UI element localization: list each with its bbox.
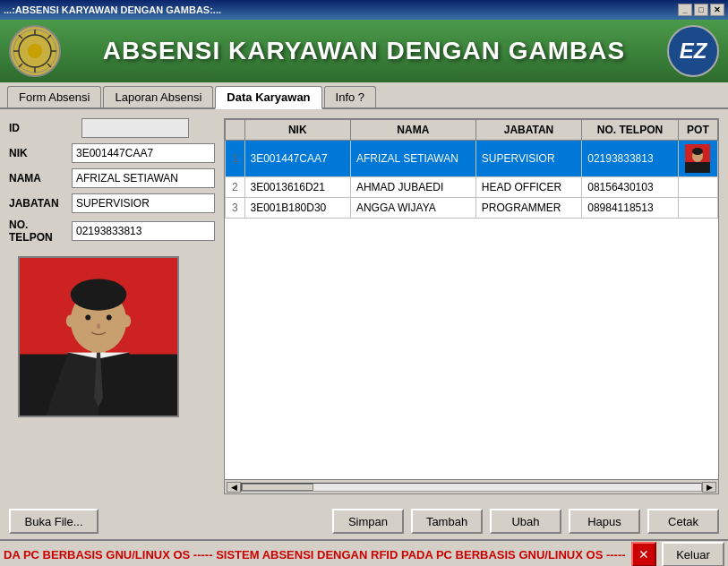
cell-nama: AHMAD JUBAEDI <box>350 177 475 198</box>
app-header: ABSENSI KARYAWAN DENGAN GAMBAS EZ <box>0 20 728 82</box>
employees-table: NIK NAMA JABATAN NO. TELPON POT 13E00144… <box>225 119 718 219</box>
ticker-bar: DA PC BERBASIS GNU/LINUX OS ----- SISTEM… <box>0 539 728 566</box>
maximize-button[interactable]: □ <box>694 4 708 16</box>
photo-content <box>20 258 177 416</box>
title-bar-text: ...:ABSENSI KARYAWAN DENGAN GAMBAS:... <box>4 4 221 15</box>
scrollbar-track[interactable] <box>241 483 702 492</box>
simpan-button[interactable]: Simpan <box>332 509 404 534</box>
cell-nik: 3E001B180D30 <box>244 198 350 219</box>
col-header-foto: POT <box>678 120 717 141</box>
svg-point-28 <box>692 148 703 155</box>
svg-point-23 <box>66 315 75 328</box>
employee-photo <box>18 256 179 417</box>
cell-notelpon: 08156430103 <box>582 177 679 198</box>
left-panel: ID NIK NAMA JABATAN NO. TELPON <box>9 118 215 494</box>
ticker-close-button[interactable]: ✕ <box>631 542 656 566</box>
cell-foto <box>678 177 717 198</box>
table-row[interactable]: 13E001447CAA7AFRIZAL SETIAWANSUPERVISIOR… <box>226 141 718 177</box>
cell-notelpon: 02193833813 <box>582 141 679 177</box>
close-window-button[interactable]: ✕ <box>710 4 724 16</box>
id-label: ID <box>9 122 76 134</box>
cetak-button[interactable]: Cetak <box>647 509 719 534</box>
tab-bar: Form Absensi Laporan Absensi Data Karyaw… <box>0 82 728 109</box>
ticker-text: DA PC BERBASIS GNU/LINUX OS ----- SISTEM… <box>4 548 626 562</box>
tab-info[interactable]: Info ? <box>324 86 377 107</box>
cell-jabatan: PROGRAMMER <box>475 198 581 219</box>
cell-jabatan: HEAD OFFICER <box>475 177 581 198</box>
form-row-jabatan: JABATAN <box>9 193 215 213</box>
col-header-notelpon: NO. TELPON <box>582 120 679 141</box>
cell-rownum: 1 <box>226 141 245 177</box>
employee-thumbnail <box>685 144 710 173</box>
col-header-nik: NIK <box>244 120 350 141</box>
svg-rect-26 <box>685 162 710 173</box>
col-header-nama: NAMA <box>350 120 475 141</box>
form-row-nama: NAMA <box>9 168 215 188</box>
col-header-no <box>226 120 245 141</box>
minimize-button[interactable]: _ <box>678 4 692 16</box>
cell-foto <box>678 198 717 219</box>
cell-rownum: 2 <box>226 177 245 198</box>
jabatan-input[interactable] <box>72 193 215 213</box>
notelpon-label: NO. TELPON <box>9 219 66 244</box>
scrollbar-thumb[interactable] <box>242 484 313 491</box>
svg-point-2 <box>28 44 42 58</box>
tab-laporan-absensi[interactable]: Laporan Absensi <box>103 86 213 107</box>
svg-point-24 <box>122 315 131 328</box>
cell-nik: 3E0013616D21 <box>244 177 350 198</box>
notelpon-input[interactable] <box>72 221 215 241</box>
table-row[interactable]: 23E0013616D21AHMAD JUBAEDIHEAD OFFICER08… <box>226 177 718 198</box>
horizontal-scrollbar[interactable]: ◀ ▶ <box>225 479 718 493</box>
form-row-nik: NIK <box>9 143 215 163</box>
jabatan-label: JABATAN <box>9 197 66 210</box>
cell-nik: 3E001447CAA7 <box>244 141 350 177</box>
tab-data-karyawan[interactable]: Data Karyawan <box>215 86 321 109</box>
app-title: ABSENSI KARYAWAN DENGAN GAMBAS <box>74 37 654 65</box>
ubah-button[interactable]: Ubah <box>490 509 561 534</box>
nama-input[interactable] <box>72 168 215 188</box>
logo-right: EZ <box>667 25 719 77</box>
cell-foto <box>678 141 717 177</box>
cell-rownum: 3 <box>226 198 245 219</box>
svg-point-22 <box>97 323 100 329</box>
form-row-notelpon: NO. TELPON <box>9 219 215 244</box>
keluar-button[interactable]: Keluar <box>662 542 724 566</box>
bottom-buttons: Buka File... Simpan Tambah Ubah Hapus Ce… <box>0 503 728 539</box>
right-panel: NIK NAMA JABATAN NO. TELPON POT 13E00144… <box>224 118 719 494</box>
buka-file-button[interactable]: Buka File... <box>9 509 98 534</box>
tab-form-absensi[interactable]: Form Absensi <box>7 86 101 107</box>
cell-nama: ANGGA WIJAYA <box>350 198 475 219</box>
svg-point-20 <box>85 315 90 321</box>
scroll-left-btn[interactable]: ◀ <box>227 482 241 493</box>
cell-jabatan: SUPERVISIOR <box>475 141 581 177</box>
form-row-id: ID <box>9 118 215 138</box>
logo-left <box>9 25 61 77</box>
nik-input[interactable] <box>72 143 215 163</box>
data-table-container: NIK NAMA JABATAN NO. TELPON POT 13E00144… <box>224 118 719 494</box>
nik-label: NIK <box>9 147 66 159</box>
hapus-button[interactable]: Hapus <box>569 509 640 534</box>
main-content: ID NIK NAMA JABATAN NO. TELPON <box>0 109 728 503</box>
table-scroll-area[interactable]: NIK NAMA JABATAN NO. TELPON POT 13E00144… <box>225 119 718 479</box>
cell-nama: AFRIZAL SETIAWAN <box>350 141 475 177</box>
nama-label: NAMA <box>9 172 66 184</box>
id-input[interactable] <box>81 118 189 138</box>
ticker-container: DA PC BERBASIS GNU/LINUX OS ----- SISTEM… <box>4 548 626 562</box>
title-bar: ...:ABSENSI KARYAWAN DENGAN GAMBAS:... _… <box>0 0 728 20</box>
tambah-button[interactable]: Tambah <box>411 509 483 534</box>
svg-point-19 <box>71 279 127 310</box>
title-bar-buttons: _ □ ✕ <box>678 4 724 16</box>
table-row[interactable]: 33E001B180D30ANGGA WIJAYAPROGRAMMER08984… <box>226 198 718 219</box>
svg-point-21 <box>107 315 112 321</box>
scroll-right-btn[interactable]: ▶ <box>702 482 716 493</box>
col-header-jabatan: JABATAN <box>475 120 581 141</box>
cell-notelpon: 08984118513 <box>582 198 679 219</box>
